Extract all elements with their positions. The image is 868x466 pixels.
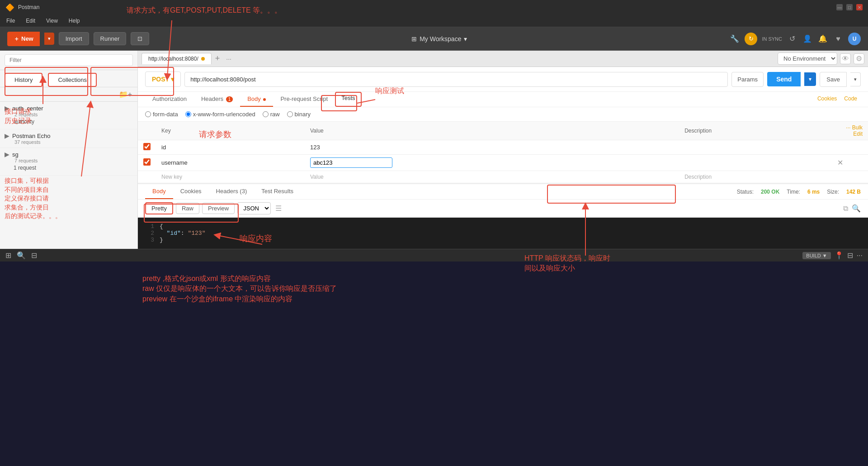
- time-value: 6 ms: [807, 189, 820, 195]
- folder-icon: ▶: [5, 151, 9, 158]
- import-button[interactable]: Import: [59, 32, 89, 45]
- size-label: Size:: [827, 189, 839, 195]
- collection-count: 2 requests: [14, 112, 133, 117]
- param-key-username: username: [156, 155, 305, 171]
- menu-help[interactable]: Help: [67, 17, 82, 25]
- history-tab[interactable]: History: [5, 73, 42, 87]
- method-label: POST: [152, 76, 169, 83]
- param-checkbox-id[interactable]: [143, 143, 151, 150]
- request-tabs: Authorization Headers 1 Body Pre-request…: [138, 92, 868, 107]
- raw-button[interactable]: Raw: [176, 203, 199, 214]
- more-tabs-button[interactable]: ···: [223, 55, 234, 62]
- add-tab-button[interactable]: +: [212, 54, 223, 63]
- tab-authorization[interactable]: Authorization: [145, 92, 194, 107]
- chevron-down-icon: ▾: [464, 35, 467, 43]
- folder-icon: ▶: [5, 105, 9, 112]
- grid-icon: ⊞: [411, 35, 417, 43]
- desc-header: Description: [679, 122, 832, 140]
- save-dropdown-button[interactable]: ▾: [850, 72, 861, 86]
- method-button[interactable]: POST ▾: [145, 71, 181, 87]
- heart-icon[interactable]: ♥: [833, 33, 844, 44]
- menu-view[interactable]: View: [44, 17, 60, 25]
- param-checkbox-username[interactable]: [143, 158, 151, 166]
- search-icon[interactable]: 🔍: [17, 251, 26, 260]
- param-value-id: 123: [305, 140, 679, 155]
- tab-pre-request[interactable]: Pre-request Script: [273, 92, 335, 107]
- env-eye-button[interactable]: 👁: [840, 53, 851, 64]
- form-data-option[interactable]: form-data: [145, 111, 178, 118]
- location-icon: 📍: [835, 251, 844, 260]
- delete-param-button[interactable]: ✕: [837, 159, 843, 166]
- preview-button[interactable]: Preview: [202, 203, 235, 214]
- collection-sg[interactable]: ▶ sg 7 requests 1 request: [0, 148, 137, 176]
- close-button[interactable]: ✕: [856, 4, 863, 10]
- collections-tab[interactable]: Collections: [48, 73, 97, 87]
- build-badge[interactable]: BUILD ▼: [802, 252, 830, 259]
- menu-bar: File Edit View Help: [0, 14, 868, 27]
- tab-body[interactable]: Body: [240, 92, 273, 107]
- runner-button[interactable]: Runner: [94, 32, 127, 45]
- history-icon[interactable]: ↺: [787, 33, 797, 44]
- headers-badge: 1: [226, 96, 233, 102]
- minimize-button[interactable]: —: [836, 4, 843, 10]
- env-settings-button[interactable]: ⚙: [854, 53, 864, 64]
- raw-option[interactable]: raw: [263, 111, 280, 118]
- resp-tab-headers[interactable]: Headers (3): [209, 184, 255, 199]
- code-link[interactable]: Code: [840, 92, 861, 107]
- sub-item[interactable]: authority: [14, 117, 133, 126]
- format-select[interactable]: JSON XML HTML: [237, 202, 271, 214]
- menu-file[interactable]: File: [5, 17, 17, 25]
- new-key-placeholder[interactable]: New key: [156, 171, 305, 183]
- param-row-username: username ✕: [138, 155, 868, 171]
- filter-input[interactable]: [5, 54, 133, 66]
- collection-postman-echo[interactable]: ▶ Postman Echo 37 requests: [0, 129, 137, 148]
- tab-headers[interactable]: Headers 1: [194, 92, 240, 107]
- size-value: 142 B: [846, 189, 861, 195]
- add-collection-button[interactable]: 📁+: [117, 89, 134, 100]
- annotation-pretty-raw-preview: pretty ,格式化json或xml 形式的响应内容 raw 仅仅是响应体的一…: [142, 274, 337, 304]
- search-response-button[interactable]: 🔍: [852, 204, 861, 213]
- more-icon[interactable]: ···: [857, 252, 863, 260]
- bell-icon[interactable]: 🔔: [817, 33, 828, 44]
- bulk-edit-button[interactable]: ··· Bulk Edit: [846, 124, 863, 137]
- status-bar: ⊞ 🔍 ⊟ BUILD ▼ 📍 ⊟ ···: [0, 249, 868, 262]
- method-dropdown-icon: ▾: [171, 76, 174, 83]
- collection-auth-center[interactable]: ▶ auth_center 2 requests authority: [0, 102, 137, 129]
- environment-select[interactable]: No Environment: [778, 52, 837, 65]
- maximize-button[interactable]: □: [846, 4, 853, 10]
- binary-option[interactable]: binary: [287, 111, 311, 118]
- copy-response-button[interactable]: ⧉: [843, 204, 848, 213]
- response-code-view: 1 { 2 "id": "123" 3 }: [138, 218, 868, 249]
- resp-tab-cookies[interactable]: Cookies: [173, 184, 209, 199]
- interceptor-button[interactable]: ⊡: [131, 32, 149, 45]
- collection-name: sg: [12, 151, 19, 158]
- params-button[interactable]: Params: [731, 72, 764, 87]
- urlencoded-option[interactable]: x-www-form-urlencoded: [185, 111, 255, 118]
- wrench-icon[interactable]: 🔧: [729, 33, 740, 44]
- username-value-input[interactable]: [310, 157, 392, 168]
- resp-tab-test-results[interactable]: Test Results: [254, 184, 301, 199]
- avatar[interactable]: U: [848, 33, 861, 45]
- new-dropdown-button[interactable]: ▾: [44, 33, 54, 45]
- layout-icon[interactable]: ⊞: [5, 251, 11, 260]
- console-icon[interactable]: ⊟: [31, 251, 37, 260]
- new-button[interactable]: ＋ New: [7, 32, 40, 46]
- user-icon[interactable]: 👤: [802, 33, 813, 44]
- tab-item-0[interactable]: http://localhost:8080/: [142, 53, 212, 64]
- url-input[interactable]: [184, 72, 728, 87]
- filter-response-icon[interactable]: ☰: [275, 204, 282, 213]
- params-table: Key Value Description ··· Bulk Edit: [138, 122, 868, 183]
- value-header: Value: [305, 122, 679, 140]
- cookies-link[interactable]: Cookies: [814, 92, 840, 107]
- save-button[interactable]: Save: [820, 72, 847, 87]
- pretty-button[interactable]: Pretty: [145, 202, 173, 214]
- columns-icon[interactable]: ⊟: [847, 251, 853, 260]
- collection-count: 37 requests: [14, 139, 133, 145]
- sub-item[interactable]: 1 request: [14, 163, 133, 172]
- send-button[interactable]: Send: [767, 72, 801, 86]
- resp-tab-body[interactable]: Body: [145, 184, 173, 199]
- send-dropdown-button[interactable]: ▾: [804, 72, 816, 86]
- workspace-button[interactable]: ⊞ My Workspace ▾: [411, 35, 467, 43]
- menu-edit[interactable]: Edit: [24, 17, 37, 25]
- tab-tests[interactable]: Tests: [335, 92, 361, 107]
